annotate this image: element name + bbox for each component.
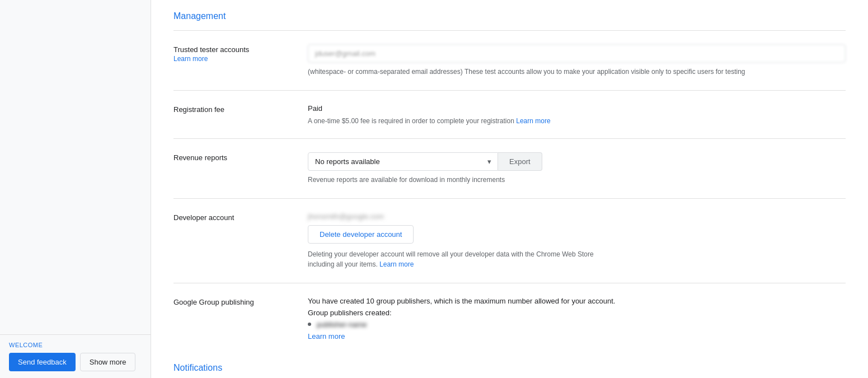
developer-email: jhonsmith@google.com (308, 212, 384, 221)
delete-developer-account-button[interactable]: Delete developer account (308, 225, 414, 244)
delete-account-learn-more[interactable]: Learn more (379, 260, 414, 268)
developer-account-content: jhonsmith@google.com Delete developer ac… (308, 212, 846, 269)
sidebar-bottom-panel: WELCOME Send feedback Show more (0, 334, 151, 378)
publisher-item: publisher-name (308, 320, 846, 329)
revenue-reports-hint: Revenue reports are available for downlo… (308, 175, 846, 185)
bullet-icon (308, 323, 311, 326)
trusted-tester-learn-more[interactable]: Learn more (173, 55, 299, 63)
google-group-description: You have created 10 group publishers, wh… (308, 297, 846, 305)
revenue-select-wrapper: No reports available ▾ (308, 152, 498, 171)
management-section-link[interactable]: Management (173, 0, 846, 30)
group-publishers-label: Group publishers created: (308, 309, 846, 317)
registration-fee-label: Registration fee (173, 104, 308, 125)
sidebar-buttons: Send feedback Show more (9, 353, 142, 371)
delete-account-hint: Deleting your developer account will rem… (308, 249, 599, 269)
registration-paid-status: Paid (308, 104, 846, 113)
trusted-tester-row: Trusted tester accounts Learn more (whit… (173, 30, 846, 90)
trusted-tester-hint: (whitespace- or comma-separated email ad… (308, 67, 846, 77)
google-group-learn-more[interactable]: Learn more (308, 332, 846, 340)
revenue-reports-select[interactable]: No reports available (308, 152, 498, 171)
developer-account-row: Developer account jhonsmith@google.com D… (173, 198, 846, 283)
registration-fee-hint: A one-time $5.00 fee is required in orde… (308, 117, 846, 125)
publisher-name: publisher-name (317, 320, 367, 329)
main-content: Management Trusted tester accounts Learn… (151, 0, 868, 378)
send-feedback-button[interactable]: Send feedback (9, 353, 76, 371)
registration-fee-content: Paid A one-time $5.00 fee is required in… (308, 104, 846, 125)
registration-fee-learn-more[interactable]: Learn more (516, 117, 550, 125)
trusted-tester-input[interactable] (308, 44, 846, 63)
show-more-button[interactable]: Show more (80, 353, 136, 371)
sidebar-welcome-label: WELCOME (9, 342, 142, 348)
revenue-reports-label: Revenue reports (173, 152, 308, 185)
google-group-publishing-label: Google Group publishing (173, 297, 308, 340)
export-button[interactable]: Export (498, 152, 542, 171)
revenue-reports-row: Revenue reports No reports available ▾ E… (173, 138, 846, 198)
revenue-reports-content: No reports available ▾ Export Revenue re… (308, 152, 846, 185)
trusted-tester-label: Trusted tester accounts Learn more (173, 44, 308, 77)
revenue-controls: No reports available ▾ Export (308, 152, 846, 171)
sidebar: WELCOME Send feedback Show more (0, 0, 151, 378)
notifications-section-link[interactable]: Notifications (173, 354, 846, 373)
trusted-tester-content: (whitespace- or comma-separated email ad… (308, 44, 846, 77)
registration-fee-row: Registration fee Paid A one-time $5.00 f… (173, 90, 846, 138)
page-wrapper: WELCOME Send feedback Show more Manageme… (0, 0, 868, 378)
google-group-publishing-row: Google Group publishing You have created… (173, 283, 846, 354)
developer-account-label: Developer account (173, 212, 308, 269)
google-group-publishing-content: You have created 10 group publishers, wh… (308, 297, 846, 340)
